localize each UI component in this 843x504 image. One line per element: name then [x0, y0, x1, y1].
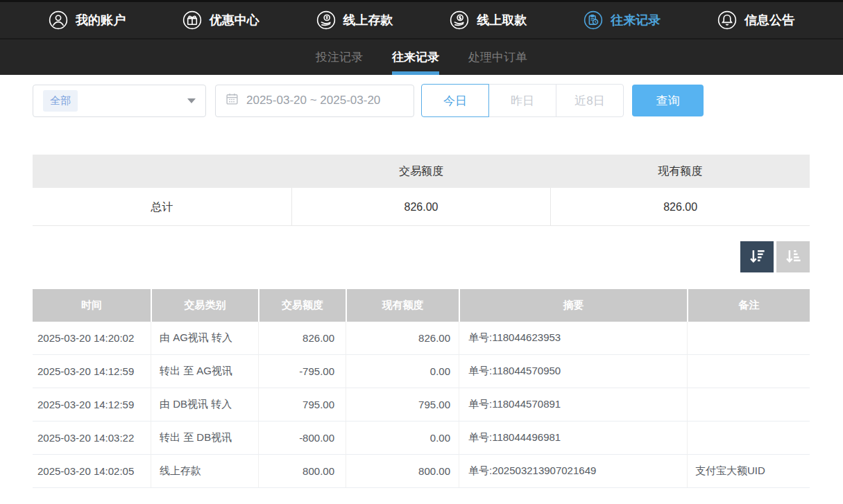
cell-transaction-amount: -795.00 — [258, 355, 346, 388]
sort-asc-icon — [784, 247, 803, 268]
summary-transaction-amount: 826.00 — [291, 188, 551, 225]
table-row: 2025-03-20 14:12:59 转出 至 AG视讯 -795.00 0.… — [33, 355, 810, 388]
tab-label: 往来记录 — [392, 49, 439, 65]
caret-down-icon — [187, 98, 196, 103]
yesterday-button[interactable]: 昨日 — [488, 84, 556, 117]
cell-summary: 单号:118044570950 — [459, 355, 687, 388]
nav-item-announcements[interactable]: 信息公告 — [717, 10, 794, 30]
query-button[interactable]: 查询 — [632, 85, 704, 116]
nav-item-deposit[interactable]: 线上存款 — [316, 10, 393, 30]
deposit-icon — [316, 10, 336, 30]
summary-total-label: 总计 — [33, 188, 291, 225]
table-row: 2025-03-20 14:02:05 线上存款 800.00 800.00 单… — [33, 455, 810, 488]
table-row: 2025-03-20 14:20:02 由 AG视讯 转入 826.00 826… — [33, 322, 810, 355]
cell-transaction-amount: -800.00 — [258, 422, 346, 454]
today-button[interactable]: 今日 — [421, 84, 489, 117]
cell-transaction-amount: 826.00 — [258, 322, 346, 354]
cell-remark — [687, 388, 810, 421]
sort-descending-button[interactable] — [740, 241, 774, 272]
nav-item-label: 线上存款 — [343, 12, 393, 28]
nav-item-label: 线上取款 — [477, 12, 527, 28]
nav-item-my-account[interactable]: 我的账户 — [49, 10, 126, 30]
cell-summary: 单号:118044623953 — [459, 322, 687, 354]
table-header-row: 时间 交易类别 交易额度 现有额度 摘要 备注 — [33, 289, 810, 322]
records-icon — [584, 10, 603, 30]
date-range-value: 2025-03-20 ~ 2025-03-20 — [246, 94, 380, 107]
nav-item-transaction-records[interactable]: 往来记录 — [584, 10, 661, 30]
date-range-input[interactable]: 2025-03-20 ~ 2025-03-20 — [215, 85, 414, 117]
summary-header-row: 交易额度 现有额度 — [33, 155, 810, 188]
cell-transaction-amount: 800.00 — [258, 455, 346, 487]
col-header-current-amount: 现有额度 — [346, 289, 459, 322]
nav-item-label: 我的账户 — [76, 12, 126, 28]
cell-remark — [687, 322, 810, 354]
type-select[interactable]: 全部 — [33, 85, 206, 117]
bell-icon — [717, 10, 737, 30]
tab-transaction-records[interactable]: 往来记录 — [392, 40, 439, 75]
cell-current-amount: 800.00 — [346, 455, 459, 487]
summary-total-row: 总计 826.00 826.00 — [33, 188, 810, 226]
top-navigation: 我的账户 优惠中心 线上存款 — [0, 0, 843, 40]
summary-header-current-amount: 现有额度 — [551, 155, 810, 188]
sub-navigation: 投注记录 往来记录 处理中订单 — [0, 40, 843, 75]
summary-table: 交易额度 现有额度 总计 826.00 826.00 — [33, 155, 810, 226]
sort-desc-icon — [748, 247, 767, 268]
table-row: 2025-03-20 14:03:22 转出 至 DB视讯 -800.00 0.… — [33, 422, 810, 455]
user-icon — [49, 10, 68, 30]
nav-item-promotions[interactable]: 优惠中心 — [182, 10, 259, 30]
cell-remark: 支付宝大额UID — [687, 455, 810, 487]
sort-ascending-button[interactable] — [776, 241, 810, 272]
cell-remark — [687, 422, 810, 454]
filter-bar: 全部 2025-03-20 ~ 2025-03-20 今日 昨日 近8日 查询 — [33, 84, 810, 117]
cell-type: 由 DB视讯 转入 — [151, 388, 258, 421]
cell-time: 2025-03-20 14:12:59 — [33, 355, 151, 388]
cell-current-amount: 826.00 — [346, 322, 459, 354]
tab-betting-records[interactable]: 投注记录 — [316, 40, 363, 75]
cell-time: 2025-03-20 14:03:22 — [33, 422, 151, 454]
col-header-summary: 摘要 — [459, 289, 687, 322]
summary-header-transaction-amount: 交易额度 — [291, 155, 550, 188]
cell-summary: 单号:118044496981 — [459, 422, 687, 454]
cell-current-amount: 795.00 — [346, 388, 459, 421]
table-row: 2025-03-20 14:12:59 由 DB视讯 转入 795.00 795… — [33, 388, 810, 422]
summary-header-empty — [33, 155, 291, 188]
selected-type-chip: 全部 — [43, 90, 78, 112]
withdraw-icon — [450, 10, 469, 30]
summary-current-amount: 826.00 — [550, 188, 810, 225]
nav-item-label: 优惠中心 — [210, 12, 259, 28]
tab-processing-orders[interactable]: 处理中订单 — [468, 40, 527, 75]
cell-summary: 单号:202503213907021649 — [459, 455, 687, 487]
col-header-time: 时间 — [33, 289, 151, 322]
last-8-days-button[interactable]: 近8日 — [556, 84, 624, 117]
nav-item-label: 信息公告 — [744, 12, 794, 28]
cell-time: 2025-03-20 14:20:02 — [33, 322, 151, 354]
cell-type: 转出 至 DB视讯 — [151, 422, 258, 454]
cell-type: 转出 至 AG视讯 — [151, 355, 258, 388]
cell-remark — [687, 355, 810, 388]
cell-current-amount: 0.00 — [346, 422, 459, 454]
col-header-transaction-amount: 交易额度 — [258, 289, 346, 322]
nav-item-withdraw[interactable]: 线上取款 — [450, 10, 527, 30]
main-content: 全部 2025-03-20 ~ 2025-03-20 今日 昨日 近8日 查询 — [0, 84, 843, 488]
nav-item-label: 往来记录 — [611, 12, 661, 28]
tab-label: 投注记录 — [316, 49, 363, 65]
cell-time: 2025-03-20 14:02:05 — [33, 455, 151, 487]
sort-controls — [33, 241, 810, 272]
transactions-table: 时间 交易类别 交易额度 现有额度 摘要 备注 2025-03-20 14:20… — [33, 289, 810, 488]
cell-summary: 单号:118044570891 — [459, 388, 687, 421]
cell-transaction-amount: 795.00 — [258, 388, 346, 421]
calendar-icon — [225, 92, 239, 109]
cell-time: 2025-03-20 14:12:59 — [33, 388, 151, 421]
col-header-type: 交易类别 — [151, 289, 258, 322]
quick-date-button-group: 今日 昨日 近8日 — [421, 84, 624, 117]
cell-type: 由 AG视讯 转入 — [151, 322, 258, 354]
gift-icon — [182, 10, 202, 30]
cell-current-amount: 0.00 — [346, 355, 459, 388]
tab-label: 处理中订单 — [468, 49, 527, 65]
col-header-remark: 备注 — [687, 289, 810, 322]
cell-type: 线上存款 — [151, 455, 258, 487]
